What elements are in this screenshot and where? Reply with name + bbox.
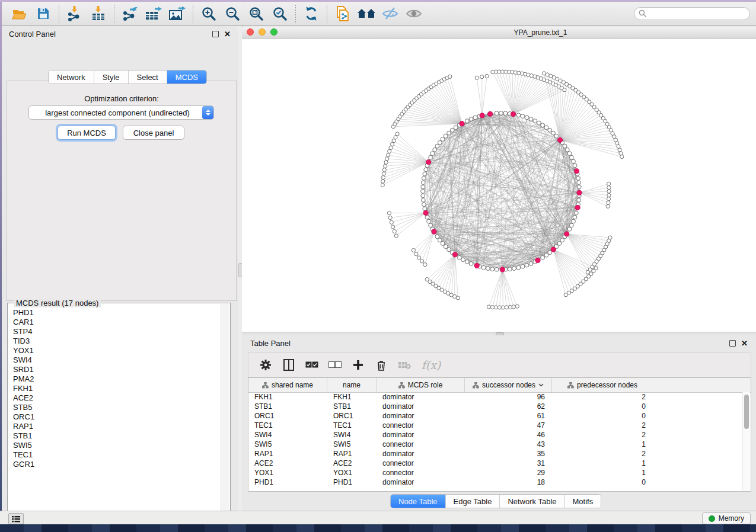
mcds-result-item[interactable]: SWI4 bbox=[13, 355, 221, 365]
optimization-criterion-value: largest connected component (undirected) bbox=[29, 108, 202, 117]
zoom-out-button[interactable] bbox=[221, 4, 244, 24]
maximize-window-icon[interactable] bbox=[270, 28, 277, 36]
table-cell: PHD1 bbox=[327, 477, 377, 487]
mcds-result-item[interactable]: CAR1 bbox=[13, 318, 221, 327]
export-table-button[interactable] bbox=[142, 4, 165, 24]
search-input[interactable] bbox=[634, 7, 750, 20]
gear-icon bbox=[260, 359, 272, 371]
table-row[interactable]: FKH1FKH1dominator962 bbox=[248, 392, 743, 402]
go-home-button[interactable] bbox=[355, 4, 378, 24]
table-toolbar: f(x) bbox=[248, 352, 751, 377]
tab-edge-table[interactable]: Edge Table bbox=[446, 495, 500, 508]
tab-node-table[interactable]: Node Table bbox=[391, 495, 446, 508]
deselect-all-columns-button[interactable] bbox=[327, 357, 343, 373]
mcds-result-item[interactable]: RAP1 bbox=[13, 422, 221, 431]
clone-network-icon bbox=[335, 5, 350, 22]
mcds-result-item[interactable]: STB1 bbox=[13, 431, 221, 441]
clone-network-button[interactable] bbox=[331, 4, 355, 24]
run-mcds-button[interactable]: Run MCDS bbox=[58, 126, 116, 140]
search-icon bbox=[639, 9, 647, 18]
table-cell: 1 bbox=[552, 440, 653, 449]
optimization-criterion-select[interactable]: largest connected component (undirected) bbox=[28, 105, 214, 120]
float-panel-icon[interactable] bbox=[212, 31, 219, 37]
column-header-predecessor-nodes[interactable]: predecessor nodes bbox=[552, 378, 653, 392]
mcds-result-item[interactable]: YOX1 bbox=[13, 346, 221, 355]
network-canvas[interactable] bbox=[242, 39, 756, 332]
refresh-view-button[interactable] bbox=[299, 4, 323, 24]
import-table-button[interactable] bbox=[87, 4, 110, 24]
mcds-options-panel: Optimization criterion: largest connecte… bbox=[7, 81, 237, 301]
table-scrollbar[interactable] bbox=[742, 392, 750, 491]
table-row[interactable]: TEC1TEC1connector472 bbox=[248, 421, 743, 430]
table-row[interactable]: SWI4SWI4dominator462 bbox=[248, 430, 743, 440]
table-cell: 2 bbox=[552, 392, 653, 402]
show-all-button[interactable] bbox=[402, 4, 426, 24]
mcds-result-item[interactable]: TID3 bbox=[13, 336, 221, 346]
table-row[interactable]: STB1STB1dominator620 bbox=[248, 402, 743, 411]
tab-network[interactable]: Network bbox=[49, 70, 94, 84]
mcds-result-title: MCDS result (17 nodes) bbox=[14, 299, 101, 307]
table-cell: connector bbox=[377, 468, 465, 477]
trash-icon bbox=[377, 360, 386, 371]
table-cell: 18 bbox=[465, 477, 552, 487]
tab-mcds[interactable]: MCDS bbox=[167, 70, 206, 84]
mcds-result-item[interactable]: FKH1 bbox=[13, 384, 221, 393]
zoom-selected-button[interactable] bbox=[268, 4, 292, 24]
mcds-result-item[interactable]: TEC1 bbox=[13, 450, 221, 460]
open-session-button[interactable] bbox=[8, 4, 31, 24]
table-cell: RAP1 bbox=[248, 449, 327, 459]
close-panel-button[interactable]: Close panel bbox=[123, 126, 184, 140]
toolbar-separator bbox=[193, 5, 193, 23]
network-window-titlebar[interactable]: YPA_prune.txt_1 bbox=[242, 27, 756, 39]
import-network-button[interactable] bbox=[63, 4, 87, 24]
tab-network-table[interactable]: Network Table bbox=[500, 495, 564, 508]
mcds-result-scrollbar[interactable] bbox=[221, 304, 229, 523]
column-header-name[interactable]: name bbox=[327, 378, 377, 392]
mcds-result-item[interactable]: ORC1 bbox=[13, 412, 221, 422]
mcds-result-item[interactable]: GCR1 bbox=[13, 460, 221, 469]
table-row[interactable]: ORC1ORC1dominator610 bbox=[248, 411, 743, 421]
tab-motifs[interactable]: Motifs bbox=[565, 495, 601, 508]
memory-button[interactable]: Memory bbox=[702, 512, 751, 524]
table-row[interactable]: PHD1PHD1dominator180 bbox=[248, 477, 743, 487]
close-panel-icon[interactable]: ✕ bbox=[224, 31, 231, 37]
mcds-result-item[interactable]: PMA2 bbox=[13, 374, 221, 384]
close-window-icon[interactable] bbox=[247, 28, 254, 36]
tab-style[interactable]: Style bbox=[94, 70, 129, 84]
table-scrollbar-thumb[interactable] bbox=[744, 395, 749, 429]
save-session-button[interactable] bbox=[31, 4, 55, 24]
create-column-button[interactable] bbox=[350, 357, 366, 373]
table-cell: 0 bbox=[552, 411, 653, 421]
minimize-window-icon[interactable] bbox=[259, 28, 266, 36]
mcds-result-item[interactable]: ACE2 bbox=[13, 393, 221, 403]
mcds-result-item[interactable]: STP4 bbox=[13, 327, 221, 336]
mcds-result-list[interactable]: PHD1CAR1STP4TID3YOX1SWI4SRD1PMA2FKH1ACE2… bbox=[8, 308, 221, 523]
table-row[interactable]: RAP1RAP1dominator352 bbox=[248, 449, 743, 459]
export-image-button[interactable] bbox=[165, 4, 189, 24]
mcds-result-item[interactable]: PHD1 bbox=[13, 308, 221, 318]
zoom-in-button[interactable] bbox=[197, 4, 221, 24]
column-header-successor-nodes[interactable]: successor nodes bbox=[465, 378, 552, 392]
table-row[interactable]: ACE2ACE2connector311 bbox=[248, 459, 743, 468]
select-all-columns-button[interactable] bbox=[304, 357, 320, 373]
zoom-fit-button[interactable] bbox=[244, 4, 268, 24]
toolbar-separator bbox=[327, 5, 327, 23]
tab-select[interactable]: Select bbox=[129, 70, 167, 84]
column-tree-icon bbox=[567, 382, 574, 389]
close-panel-icon[interactable]: ✕ bbox=[741, 341, 748, 346]
hide-details-button[interactable] bbox=[378, 4, 402, 24]
table-settings-button[interactable] bbox=[258, 357, 273, 373]
mcds-result-item[interactable]: SWI5 bbox=[13, 441, 221, 450]
column-header-shared-name[interactable]: shared name bbox=[248, 378, 327, 392]
delete-column-button[interactable] bbox=[374, 357, 389, 373]
show-columns-button[interactable] bbox=[281, 357, 296, 373]
table-row[interactable]: SWI5SWI5connector431 bbox=[248, 440, 743, 449]
task-history-button[interactable] bbox=[8, 513, 24, 524]
mcds-result-item[interactable]: STB5 bbox=[13, 403, 221, 412]
table-row[interactable]: YOX1YOX1connector291 bbox=[248, 468, 743, 477]
float-panel-icon[interactable] bbox=[729, 340, 736, 347]
export-network-button[interactable] bbox=[118, 4, 142, 24]
column-header-MCDS-role[interactable]: MCDS role bbox=[377, 378, 465, 392]
fx-icon: f(x) bbox=[422, 358, 441, 371]
mcds-result-item[interactable]: SRD1 bbox=[13, 365, 221, 374]
